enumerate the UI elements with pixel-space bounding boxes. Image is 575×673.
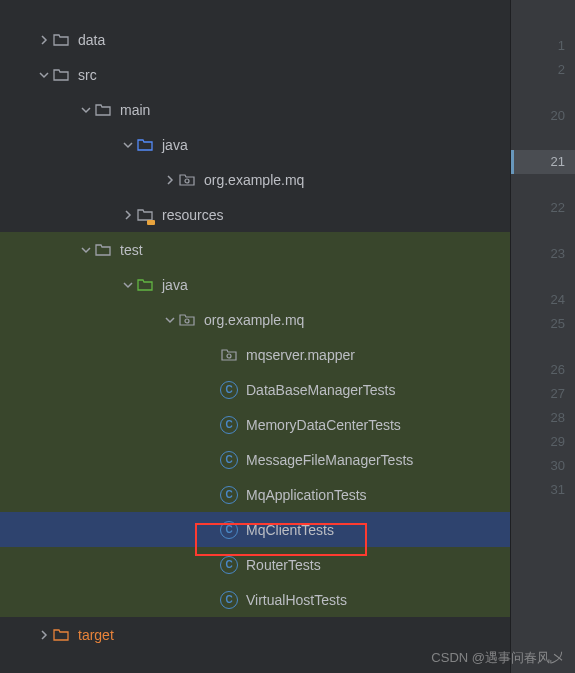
class-icon: C [220,521,238,539]
gutter-line [511,82,575,104]
gutter-line: 22 [511,196,575,220]
tree-label: MemoryDataCenterTests [246,417,401,433]
tree-label: resources [162,207,223,223]
folder-icon [52,66,70,84]
tree-label: MqApplicationTests [246,487,367,503]
tree-node-main-java[interactable]: java [0,127,510,162]
svg-point-1 [185,319,189,323]
chevron-right-icon [36,627,52,643]
tree-label: org.example.mq [204,312,304,328]
tree-node-test-pkg[interactable]: org.example.mq [0,302,510,337]
chevron-right-icon [36,32,52,48]
tree-label: org.example.mq [204,172,304,188]
tree-node-main-pkg[interactable]: org.example.mq [0,162,510,197]
tree-node-class[interactable]: C DataBaseManagerTests [0,372,510,407]
tree-label: target [78,627,114,643]
tree-node-data[interactable]: data [0,22,510,57]
gutter-line [511,174,575,196]
tree-node-src[interactable]: src [0,57,510,92]
chevron-down-icon [120,137,136,153]
gutter-line: 20 [511,104,575,128]
gutter-line: 24 [511,288,575,312]
tree-node-test-java[interactable]: java [0,267,510,302]
tree-label: test [120,242,143,258]
tree-label: data [78,32,105,48]
tree-label: RouterTests [246,557,321,573]
gutter-line: 29 [511,430,575,454]
folder-icon [52,31,70,49]
gutter-line: 30 [511,454,575,478]
svg-point-2 [227,354,231,358]
tree-label: VirtualHostTests [246,592,347,608]
package-icon [178,311,196,329]
tree-label: main [120,102,150,118]
gutter-line [511,220,575,242]
tree-node-resources[interactable]: resources [0,197,510,232]
folder-icon [94,101,112,119]
tree-label: MqClientTests [246,522,334,538]
gutter-line: 2 [511,58,575,82]
tree-label: java [162,137,188,153]
test-folder-icon [136,276,154,294]
gutter-line: 1 [511,34,575,58]
chevron-down-icon [78,242,94,258]
chevron-down-icon [36,67,52,83]
tree-node-mqclienttests[interactable]: C MqClientTests [0,512,510,547]
tree-label: java [162,277,188,293]
resources-folder-icon [136,206,154,224]
chevron-right-icon [162,172,178,188]
gutter-line: 28 [511,406,575,430]
tree-node-class[interactable]: C MqApplicationTests [0,477,510,512]
folder-icon [94,241,112,259]
class-icon: C [220,591,238,609]
chevron-down-icon [162,312,178,328]
chevron-right-icon [120,207,136,223]
gutter-line: 31 [511,478,575,502]
tree-node-mapper[interactable]: mqserver.mapper [0,337,510,372]
gutter-line [511,266,575,288]
svg-point-0 [185,179,189,183]
tree-node-test[interactable]: test [0,232,510,267]
gutter-line: 23 [511,242,575,266]
excluded-folder-icon [52,626,70,644]
gutter-line: 25 [511,312,575,336]
chevron-down-icon [78,102,94,118]
gutter-line: 26 [511,358,575,382]
project-tree: data src main java [0,0,510,673]
tree-label: src [78,67,97,83]
package-icon [220,346,238,364]
tree-label: DataBaseManagerTests [246,382,395,398]
tree-node-class[interactable]: C MemoryDataCenterTests [0,407,510,442]
gutter-line [511,128,575,150]
gutter-line: 27 [511,382,575,406]
source-folder-icon [136,136,154,154]
tree-node-main[interactable]: main [0,92,510,127]
class-icon: C [220,416,238,434]
class-icon: C [220,486,238,504]
class-icon: C [220,451,238,469]
tree-node-target[interactable]: target [0,617,510,652]
editor-gutter: 12202122232425262728293031 [510,0,575,673]
tree-label: MessageFileManagerTests [246,452,413,468]
package-icon [178,171,196,189]
tree-node-class[interactable]: C RouterTests [0,547,510,582]
gutter-line: 21 [511,150,575,174]
gutter-line [511,336,575,358]
tree-node-class[interactable]: C MessageFileManagerTests [0,442,510,477]
class-icon: C [220,556,238,574]
chevron-down-icon [120,277,136,293]
tree-node-class[interactable]: C VirtualHostTests [0,582,510,617]
tree-label: mqserver.mapper [246,347,355,363]
class-icon: C [220,381,238,399]
